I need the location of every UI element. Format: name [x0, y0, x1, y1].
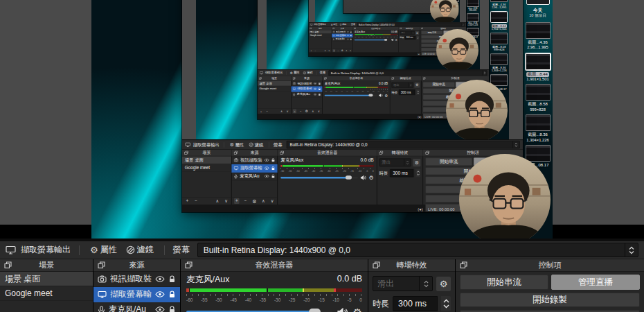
source-item-label: 擷取螢幕輸	[110, 288, 152, 300]
screen-label: 螢幕	[274, 141, 283, 148]
selected-source-label: 擷取螢幕輸出	[314, 23, 326, 26]
popout-icon	[425, 150, 429, 155]
transition-properties-button[interactable]: ⚙	[436, 277, 451, 291]
selected-source-label: 擷取螢幕輸出	[193, 141, 220, 148]
screen-label: 螢幕	[319, 71, 325, 76]
popout-icon	[234, 150, 238, 155]
audio-mixer-dock: 音效混音器 麦克风/Aux 0.0 dB	[323, 76, 390, 114]
popout-icon	[422, 78, 425, 80]
source-item[interactable]: 擷取螢幕輸	[93, 287, 180, 302]
properties-button[interactable]: ⚙ 屬性	[88, 243, 119, 257]
filters-button[interactable]: 濾鏡	[124, 243, 156, 257]
lock-icon	[271, 158, 276, 162]
chevron-updown-icon	[625, 243, 638, 257]
properties-label: 屬性	[235, 141, 244, 148]
add-source-button: +	[234, 198, 239, 204]
duration-stepper[interactable]	[441, 296, 451, 311]
source-item-label: 視訊擷取裝	[110, 273, 152, 285]
mixer-channel-label: 麦克风/Aux	[354, 31, 364, 33]
popout-icon	[185, 261, 193, 269]
add-scene-button: +	[310, 49, 312, 52]
toolbar-separator	[79, 245, 80, 255]
chevron-updown-icon	[404, 159, 411, 166]
popout-icon	[354, 28, 356, 30]
start-streaming-button: 開始串流	[421, 31, 442, 34]
lock-icon[interactable]	[168, 291, 176, 298]
popout-icon	[184, 150, 188, 155]
visibility-eye-icon[interactable]	[155, 276, 165, 282]
meter-ruler	[280, 168, 373, 169]
volume-slider-handle[interactable]	[309, 309, 321, 312]
duration-input: 300 ms	[390, 169, 413, 177]
screenshot-item: 截圖...8.58 999×828	[490, 31, 508, 52]
preview-canvas[interactable]: 今天 10 個項目 截圖...4.36 2,96...1,995 截圖...8.…	[0, 0, 644, 239]
speaker-icon	[360, 175, 366, 180]
transitions-dock-title: 轉場特效	[390, 77, 421, 80]
scene-item[interactable]: Google meet	[0, 286, 93, 301]
sources-dock-header: 來源	[291, 76, 322, 80]
transitions-dock: 轉場特效 滑出 ⚙	[399, 27, 420, 53]
meter-tick-labels: -60-55 -50-45 -40-35 -30-25 -20-15 -10-5…	[186, 297, 362, 303]
screen-select-dropdown[interactable]: Built-in Retina Display: 1440x900 @ 0,0	[197, 243, 638, 257]
source-properties-gear-icon: ⚙	[252, 198, 257, 204]
popout-icon	[460, 261, 467, 269]
screenshot-item: 截圖...8.44 1,901×1,501	[490, 10, 508, 31]
visibility-eye-icon	[346, 35, 348, 36]
transition-select-value: 滑出	[393, 83, 409, 87]
sources-dock-header: 來源	[93, 259, 180, 272]
webcam-overlay	[430, 0, 458, 22]
camera-icon	[332, 31, 334, 33]
meter-ruler	[186, 294, 362, 296]
move-source-up-button: ∧	[345, 49, 347, 52]
screenshot-thumbnail	[467, 13, 479, 21]
display-icon	[234, 166, 239, 171]
screenshot-thumbnail	[490, 53, 508, 65]
controls-dock: 控制項 開始串流 管理直播 開始錄製 啟動虛擬相機 工作室模式 設定 結束	[456, 259, 644, 312]
manage-broadcast-button[interactable]: 管理直播	[551, 275, 640, 290]
screen-select-dropdown: Built-in Retina Display: 1440x900 @ 0,0	[287, 141, 520, 148]
transitions-dock: 轉場特效 滑出 ⚙	[377, 150, 422, 205]
popout-icon	[332, 28, 334, 30]
volume-slider	[280, 177, 357, 179]
display-icon	[185, 142, 190, 147]
source-item[interactable]: 麦克风/Au	[93, 302, 180, 312]
scenes-dock-header: 場景	[0, 259, 93, 272]
source-properties-gear-icon: ⚙	[341, 49, 343, 52]
live-time: LIVE: 00:00:00	[428, 207, 455, 211]
volume-slider-fill	[280, 177, 347, 179]
speaker-icon[interactable]	[337, 308, 348, 312]
transitions-dock-title: 轉場特效	[377, 150, 422, 155]
transitions-dock: 轉場特效 滑出 ⚙	[390, 76, 421, 114]
properties-label: 屬性	[100, 244, 117, 256]
duration-stepper	[416, 36, 418, 40]
start-streaming-button: 開始串流	[422, 82, 454, 87]
display-icon	[6, 245, 16, 254]
remove-scene-button: −	[193, 198, 198, 204]
mixer-channel-label: 麦克风/Aux	[324, 82, 339, 86]
scenes-toolbar: + − ∧ ∨	[258, 109, 291, 114]
chevron-updown-icon	[512, 141, 519, 148]
mic-icon	[292, 93, 295, 96]
mixer-gear-icon[interactable]: ⚙	[353, 307, 362, 312]
scenes-dock-title: 場景	[309, 27, 332, 30]
duration-label: 時長	[373, 298, 389, 310]
scenes-toolbar: + − ∧ ∨	[182, 197, 231, 205]
lock-icon[interactable]	[168, 275, 176, 283]
duration-input[interactable]: 300 ms	[393, 296, 438, 311]
lock-icon[interactable]	[168, 306, 176, 312]
start-recording-button[interactable]: 開始錄製	[460, 293, 640, 307]
duration-label: 時長	[391, 90, 397, 94]
scenes-dock: 場景 場景 桌面 Google meet + − ∧ ∨	[182, 150, 231, 205]
source-item[interactable]: 視訊擷取裝	[93, 272, 180, 287]
start-streaming-button[interactable]: 開始串流	[460, 275, 548, 290]
scene-item[interactable]: 場景 桌面	[0, 272, 93, 286]
visibility-eye-icon[interactable]	[155, 306, 165, 312]
live-time: LIVE: 00:00:00	[422, 53, 435, 55]
transition-select[interactable]: 滑出	[373, 276, 433, 291]
canvas-margin-left	[0, 0, 91, 225]
duration-input: 300 ms	[404, 36, 415, 40]
volume-meter	[354, 34, 397, 35]
visibility-eye-icon[interactable]	[155, 291, 165, 297]
mixer-channel-label: 麦克风/Aux	[280, 157, 303, 164]
transitions-dock-header: 轉場特效	[368, 259, 455, 272]
